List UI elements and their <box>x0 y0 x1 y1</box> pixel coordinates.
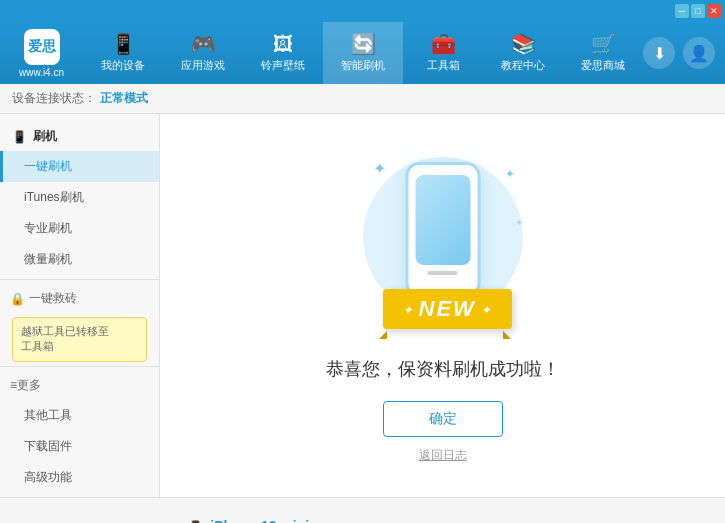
more-label: 更多 <box>17 377 41 394</box>
nav-item-toolbox[interactable]: 🧰工具箱 <box>403 22 483 84</box>
nav-label-wallpaper: 铃声壁纸 <box>261 58 305 73</box>
nav-item-apps-games[interactable]: 🎮应用游戏 <box>163 22 243 84</box>
device-info: 📱 iPhone 12 mini 64GB Down-12mini-13.1 <box>188 518 309 524</box>
header-right: ⬇ 👤 <box>643 37 725 69</box>
minimize-button[interactable]: ─ <box>675 4 689 18</box>
flash-section-header: 📱 刷机 <box>0 122 159 151</box>
nav-label-smart-flash: 智能刷机 <box>341 58 385 73</box>
phone-shape <box>405 162 480 297</box>
success-title: 恭喜您，保资料刷机成功啦！ <box>326 357 560 381</box>
sidebar-item-download-firmware[interactable]: 下载固件 <box>0 431 159 462</box>
nav-icon-toolbox: 🧰 <box>431 34 456 54</box>
nav-icon-my-device: 📱 <box>111 34 136 54</box>
banner-right-fold <box>503 331 511 339</box>
banner-left-fold <box>379 331 387 339</box>
device-bar: 自动激活 跳过向导 📱 iPhone 12 mini 64GB Down-12m… <box>0 497 725 523</box>
title-bar: ─ □ ✕ <box>0 0 725 22</box>
nav-label-apps-games: 应用游戏 <box>181 58 225 73</box>
new-badge: ✦ NEW ✦ <box>383 289 512 329</box>
status-label: 设备连接状态： <box>12 90 96 107</box>
status-bar: 设备连接状态： 正常模式 <box>0 84 725 114</box>
status-value: 正常模式 <box>100 90 148 107</box>
logo-text: www.i4.cn <box>19 67 64 78</box>
phone-home-btn <box>428 271 458 275</box>
sidebar: 📱 刷机 一键刷机 iTunes刷机 专业刷机 微量刷机 🔒 一键救砖 越狱工具… <box>0 114 160 497</box>
nav-icon-smart-flash: 🔄 <box>351 34 376 54</box>
nav-item-my-device[interactable]: 📱我的设备 <box>83 22 163 84</box>
logo-symbol: 爱思 <box>28 38 56 56</box>
flash-section-icon: 📱 <box>12 130 27 144</box>
nav-item-store[interactable]: 🛒爱思商城 <box>563 22 643 84</box>
confirm-button[interactable]: 确定 <box>383 401 503 437</box>
rescue-icon: 🔒 <box>10 292 25 306</box>
sidebar-item-itunes-flash[interactable]: iTunes刷机 <box>0 182 159 213</box>
more-icon: ≡ <box>10 378 17 392</box>
nav-item-tutorials[interactable]: 📚教程中心 <box>483 22 563 84</box>
home-link[interactable]: 返回日志 <box>419 447 467 464</box>
nav-icon-apps-games: 🎮 <box>191 34 216 54</box>
nav-icon-store: 🛒 <box>591 34 616 54</box>
flash-section: 📱 刷机 一键刷机 iTunes刷机 专业刷机 微量刷机 <box>0 122 159 275</box>
sidebar-item-pro-flash[interactable]: 专业刷机 <box>0 213 159 244</box>
divider-1 <box>0 279 159 280</box>
sidebar-notice: 越狱工具已转移至工具箱 <box>12 317 147 362</box>
nav-item-smart-flash[interactable]: 🔄智能刷机 <box>323 22 403 84</box>
nav-label-toolbox: 工具箱 <box>427 58 460 73</box>
device-phone-icon: 📱 <box>188 520 203 524</box>
sidebar-item-other-tools[interactable]: 其他工具 <box>0 400 159 431</box>
sidebar-item-micro-flash[interactable]: 微量刷机 <box>0 244 159 275</box>
sparkle-3: ✦ <box>515 217 523 228</box>
logo-area: 爱思 www.i4.cn <box>0 29 83 78</box>
success-illustration: ✦ ✦ ✦ ✦ NEW ✦ <box>353 147 533 347</box>
phone-screen <box>415 175 470 265</box>
main-layout: 📱 刷机 一键刷机 iTunes刷机 专业刷机 微量刷机 🔒 一键救砖 越狱工具… <box>0 114 725 497</box>
nav-item-wallpaper[interactable]: 🖼铃声壁纸 <box>243 22 323 84</box>
flash-section-label: 刷机 <box>33 128 57 145</box>
sparkle-1: ✦ <box>373 159 386 178</box>
user-button[interactable]: 👤 <box>683 37 715 69</box>
sparkle-2: ✦ <box>505 167 515 181</box>
rescue-section-header: 🔒 一键救砖 <box>0 284 159 313</box>
nav-icon-wallpaper: 🖼 <box>273 34 293 54</box>
download-button[interactable]: ⬇ <box>643 37 675 69</box>
nav-label-store: 爱思商城 <box>581 58 625 73</box>
close-button[interactable]: ✕ <box>707 4 721 18</box>
sidebar-item-advanced[interactable]: 高级功能 <box>0 462 159 493</box>
maximize-button[interactable]: □ <box>691 4 705 18</box>
more-section-header: ≡ 更多 <box>0 371 159 400</box>
device-name-row: 📱 iPhone 12 mini <box>188 518 309 524</box>
rescue-label: 一键救砖 <box>29 290 77 307</box>
nav-items: 📱我的设备🎮应用游戏🖼铃声壁纸🔄智能刷机🧰工具箱📚教程中心🛒爱思商城 <box>83 22 643 84</box>
sidebar-item-one-click-flash[interactable]: 一键刷机 <box>0 151 159 182</box>
content-area: ✦ ✦ ✦ ✦ NEW ✦ 恭喜您，保资料刷机成功啦！ 确定 返回日志 <box>160 114 725 497</box>
divider-2 <box>0 366 159 367</box>
device-name: iPhone 12 mini <box>210 518 309 524</box>
logo-icon: 爱思 <box>24 29 60 65</box>
header: 爱思 www.i4.cn 📱我的设备🎮应用游戏🖼铃声壁纸🔄智能刷机🧰工具箱📚教程… <box>0 22 725 84</box>
nav-label-my-device: 我的设备 <box>101 58 145 73</box>
nav-icon-tutorials: 📚 <box>511 34 536 54</box>
nav-label-tutorials: 教程中心 <box>501 58 545 73</box>
